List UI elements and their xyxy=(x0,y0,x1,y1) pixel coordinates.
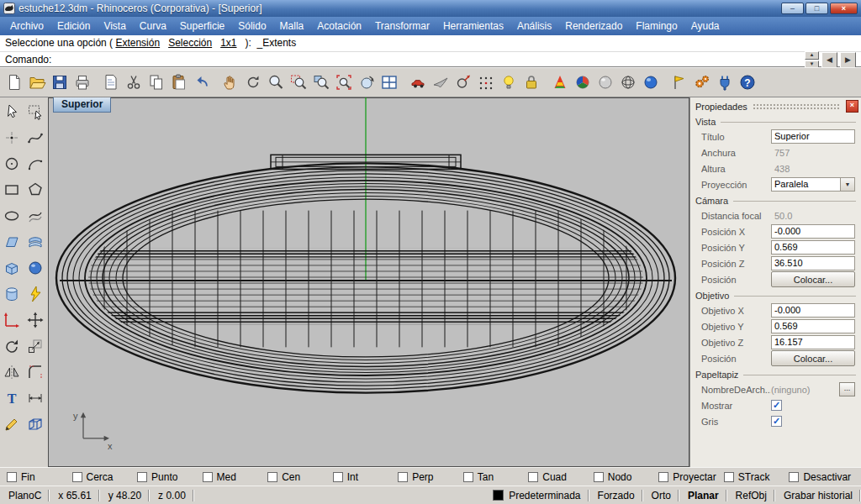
punto-checkbox[interactable] xyxy=(137,472,147,482)
cplane-pane[interactable]: PlanoC xyxy=(0,489,50,502)
cplane-tool-icon[interactable] xyxy=(1,308,24,332)
gris-checkbox[interactable] xyxy=(771,416,782,427)
fillet-tool-icon[interactable] xyxy=(24,360,47,384)
shaded-view-icon[interactable] xyxy=(639,71,662,94)
text-tool-icon[interactable]: T xyxy=(1,386,24,410)
rotate-icon[interactable] xyxy=(241,71,264,94)
menu-flamingo[interactable]: Flamingo xyxy=(629,18,684,34)
polygon-tool-icon[interactable] xyxy=(24,178,47,202)
osnap-perp[interactable]: Perp xyxy=(398,471,463,483)
help-icon[interactable]: ? xyxy=(736,71,758,94)
new-icon[interactable] xyxy=(3,71,25,94)
menu-edicion[interactable]: Edición xyxy=(50,18,97,34)
offset-tool-icon[interactable] xyxy=(24,204,47,228)
properties-header[interactable]: Propiedades × xyxy=(690,97,861,113)
loft-tool-icon[interactable] xyxy=(24,230,47,254)
title-bar[interactable]: estuche12.3dm - Rhinoceros (Corporativa)… xyxy=(0,0,861,17)
posicion-y-field[interactable]: 0.569 xyxy=(771,240,855,255)
menu-archivo[interactable]: Archivo xyxy=(3,18,50,34)
paste-icon[interactable] xyxy=(167,71,190,94)
minimize-button[interactable]: – xyxy=(781,3,804,14)
perp-checkbox[interactable] xyxy=(398,472,408,482)
panel-close-icon[interactable]: × xyxy=(846,100,858,113)
osnap-tan[interactable]: Tan xyxy=(463,471,529,483)
zoom-dynamic-icon[interactable] xyxy=(264,71,287,94)
osnap-cerca[interactable]: Cerca xyxy=(72,471,138,483)
osnap-cuad[interactable]: Cuad xyxy=(528,471,594,483)
point-edit-icon[interactable] xyxy=(474,71,497,94)
point-tool-icon[interactable] xyxy=(1,126,24,150)
mode-grabar-historial[interactable]: Grabar historial xyxy=(775,489,861,502)
zoom-selected-icon[interactable] xyxy=(309,71,332,94)
circle-tool-icon[interactable] xyxy=(1,152,24,176)
rotate-tool-icon[interactable] xyxy=(1,334,24,358)
ellipse-tool-icon[interactable] xyxy=(1,204,24,228)
menu-curva[interactable]: Curva xyxy=(133,18,173,34)
browse-button[interactable]: ... xyxy=(839,382,855,396)
chevron-down-icon[interactable]: ▼ xyxy=(840,177,855,192)
flag-icon[interactable] xyxy=(668,71,690,94)
cut-icon[interactable] xyxy=(122,71,145,94)
mode-refobj[interactable]: RefObj xyxy=(727,489,775,502)
menu-superficie[interactable]: Superficie xyxy=(173,18,231,34)
cen-checkbox[interactable] xyxy=(267,472,277,482)
lights-icon[interactable] xyxy=(497,71,520,94)
posicion-z-field[interactable]: 36.510 xyxy=(771,256,855,270)
viewport-superior[interactable]: Superior xyxy=(48,97,689,467)
menu-ayuda[interactable]: Ayuda xyxy=(684,18,726,34)
history-back-icon[interactable]: ◀ xyxy=(821,52,837,68)
fin-checkbox[interactable] xyxy=(7,472,17,482)
rectangle-tool-icon[interactable] xyxy=(1,178,24,202)
med-checkbox[interactable] xyxy=(203,472,213,482)
render-preview-icon[interactable] xyxy=(571,71,594,94)
select-window-tool-icon[interactable] xyxy=(24,100,47,123)
menu-renderizado[interactable]: Renderizado xyxy=(558,18,629,34)
viewport-layout-icon[interactable] xyxy=(378,71,400,94)
page-setup-icon[interactable] xyxy=(99,71,122,94)
cerca-checkbox[interactable] xyxy=(72,472,82,482)
objetivo-y-field[interactable]: 0.569 xyxy=(771,319,855,333)
pencil-tool-icon[interactable] xyxy=(1,412,24,436)
pan-icon[interactable] xyxy=(219,71,241,94)
menu-vista[interactable]: Vista xyxy=(97,18,132,34)
plugins-icon[interactable] xyxy=(713,71,736,94)
dimension-tool-icon[interactable] xyxy=(24,386,47,410)
command-prompt[interactable]: Comando: xyxy=(5,54,51,66)
mode-orto[interactable]: Orto xyxy=(643,489,679,502)
arc-tool-icon[interactable] xyxy=(24,152,47,176)
scale-tool-icon[interactable] xyxy=(24,334,47,358)
proyectar-checkbox[interactable] xyxy=(658,472,668,482)
command-option-extension[interactable]: Extensión xyxy=(115,37,160,49)
posicion-x-field[interactable]: -0.000 xyxy=(771,224,855,239)
render-sphere-icon[interactable] xyxy=(594,71,616,94)
osnap-med[interactable]: Med xyxy=(203,471,268,483)
nodo-checkbox[interactable] xyxy=(594,472,604,482)
osnap-desactivar[interactable]: Desactivar xyxy=(789,471,854,483)
curve-tool-icon[interactable] xyxy=(24,126,47,150)
lock-icon[interactable] xyxy=(520,71,542,94)
print-icon[interactable] xyxy=(71,71,93,94)
osnap-nodo[interactable]: Nodo xyxy=(594,471,659,483)
zoom-window-icon[interactable] xyxy=(287,71,309,94)
extrude-tool-icon[interactable] xyxy=(24,282,47,306)
menu-malla[interactable]: Malla xyxy=(273,18,311,34)
titulo-field[interactable]: Superior xyxy=(771,129,855,144)
panel-grip[interactable] xyxy=(753,103,841,110)
menu-herramientas[interactable]: Herramientas xyxy=(436,18,510,34)
osnap-cen[interactable]: Cen xyxy=(267,471,333,483)
osnap-toggle-icon[interactable] xyxy=(452,71,474,94)
command-option-1x1[interactable]: 1x1 xyxy=(220,37,236,49)
cylinder-tool-icon[interactable] xyxy=(1,282,24,306)
mode-forzado[interactable]: Forzado xyxy=(589,489,643,502)
layer-pane[interactable]: Predeterminada xyxy=(484,489,589,502)
menu-transformar[interactable]: Transformar xyxy=(368,18,436,34)
desactivar-checkbox[interactable] xyxy=(789,472,799,482)
wire-cube-tool-icon[interactable] xyxy=(24,412,47,436)
history-forward-icon[interactable]: ▶ xyxy=(840,52,856,68)
save-icon[interactable] xyxy=(48,71,71,94)
mode-planar[interactable]: Planar xyxy=(679,489,727,502)
undo-icon[interactable] xyxy=(190,71,213,94)
mostrar-checkbox[interactable] xyxy=(771,400,782,411)
sphere-tool-icon[interactable] xyxy=(24,256,47,280)
osnap-strack[interactable]: STrack xyxy=(724,471,790,483)
